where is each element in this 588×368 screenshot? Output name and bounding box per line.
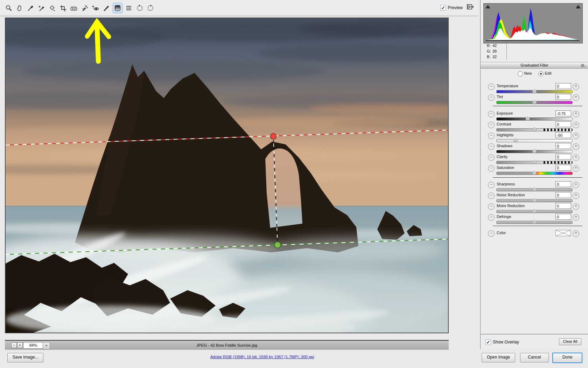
slider-thumb[interactable] xyxy=(532,171,537,175)
histogram[interactable] xyxy=(483,3,583,43)
slider-track[interactable] xyxy=(496,150,573,153)
increase-button[interactable]: + xyxy=(573,192,579,199)
slider-thumb[interactable] xyxy=(532,220,537,224)
increase-button[interactable]: + xyxy=(573,214,579,221)
increase-button[interactable]: + xyxy=(573,154,579,161)
slider-track[interactable] xyxy=(496,210,573,213)
slider-track[interactable] xyxy=(496,128,573,131)
shadow-clipping-indicator[interactable] xyxy=(485,5,490,8)
hand-tool-button[interactable] xyxy=(15,3,24,13)
slider-value-input[interactable] xyxy=(555,214,571,220)
decrease-button[interactable]: − xyxy=(488,182,495,188)
slider-thumb[interactable] xyxy=(532,149,537,153)
increase-button[interactable]: + xyxy=(573,132,579,139)
highlight-clipping-indicator[interactable] xyxy=(576,5,581,8)
zoom-tool-button[interactable] xyxy=(4,3,13,13)
show-overlay-checkbox[interactable]: ✓ xyxy=(485,339,491,345)
decrease-button[interactable]: − xyxy=(488,192,495,199)
crop-tool-button[interactable] xyxy=(58,3,68,13)
red-eye-removal-tool-button[interactable] xyxy=(91,3,100,13)
decrease-button[interactable]: − xyxy=(488,132,495,139)
slider-track[interactable] xyxy=(496,221,573,224)
slider-value-input[interactable] xyxy=(555,110,571,116)
slider-value-input[interactable] xyxy=(555,121,571,127)
slider-track[interactable] xyxy=(496,161,573,164)
slider-track[interactable] xyxy=(496,199,573,202)
open-image-button[interactable]: Open Image xyxy=(482,353,515,362)
preview-checkbox[interactable]: ✓ xyxy=(440,5,446,11)
done-button[interactable]: Done xyxy=(552,353,582,363)
color-sampler-tool-button[interactable] xyxy=(37,3,46,13)
increase-button[interactable]: + xyxy=(573,230,579,237)
slider-thumb[interactable] xyxy=(532,198,537,202)
show-overlay-toggle[interactable]: ✓ Show Overlay xyxy=(485,339,519,345)
decrease-button[interactable]: − xyxy=(488,122,495,128)
rotate-cw-button[interactable] xyxy=(146,3,155,13)
slider-thumb[interactable] xyxy=(532,127,537,131)
slider-value-input[interactable] xyxy=(555,192,571,198)
adjustment-brush-tool-button[interactable] xyxy=(102,3,111,13)
color-swatch[interactable] xyxy=(555,230,571,236)
white-balance-tool-button[interactable] xyxy=(26,3,35,13)
slider-thumb[interactable] xyxy=(532,100,537,104)
increase-button[interactable]: + xyxy=(573,111,579,117)
decrease-button[interactable]: − xyxy=(488,154,495,161)
slider-track[interactable] xyxy=(496,172,573,175)
slider-value-input[interactable] xyxy=(555,165,571,171)
fullscreen-toggle-icon[interactable] xyxy=(466,4,474,12)
spot-removal-tool-button[interactable] xyxy=(80,3,89,13)
slider-track[interactable] xyxy=(496,101,573,104)
cancel-button[interactable]: Cancel xyxy=(520,353,549,362)
slider-thumb[interactable] xyxy=(532,89,537,93)
zoom-level-value[interactable]: 84% xyxy=(23,342,43,349)
increase-button[interactable]: + xyxy=(573,165,579,172)
increase-button[interactable]: + xyxy=(573,203,579,210)
slider-track[interactable] xyxy=(496,139,573,142)
decrease-button[interactable]: − xyxy=(488,111,495,117)
zoom-level-dropdown[interactable]: ▾ xyxy=(43,342,50,349)
save-image-button[interactable]: Save Image... xyxy=(7,353,43,362)
slider-track[interactable] xyxy=(496,90,573,93)
filter-options-button[interactable] xyxy=(124,3,133,13)
edit-radio[interactable]: Edit xyxy=(538,71,552,76)
straighten-tool-button[interactable] xyxy=(69,3,78,13)
slider-thumb[interactable] xyxy=(532,160,537,164)
increase-button[interactable]: + xyxy=(573,94,579,101)
increase-button[interactable]: + xyxy=(573,182,579,188)
decrease-button[interactable]: − xyxy=(488,83,495,90)
decrease-button[interactable]: − xyxy=(488,94,495,101)
decrease-button[interactable]: − xyxy=(488,203,495,210)
clear-all-button[interactable]: Clear All xyxy=(559,338,581,345)
increase-button[interactable]: + xyxy=(573,83,579,90)
zoom-out-button[interactable]: − xyxy=(11,342,17,348)
image-canvas[interactable] xyxy=(5,18,449,333)
graduated-filter-tool-button[interactable] xyxy=(113,3,122,13)
slider-thumb[interactable] xyxy=(513,138,518,142)
slider-thumb[interactable] xyxy=(532,187,537,191)
workflow-options-link[interactable]: Adobe RGB (1998); 16 bit; 1599 by 1067 (… xyxy=(157,355,367,359)
increase-button[interactable]: + xyxy=(573,143,579,150)
slider-value-input[interactable] xyxy=(555,203,571,209)
slider-thumb[interactable] xyxy=(532,209,537,213)
decrease-button[interactable]: − xyxy=(488,230,495,237)
slider-thumb[interactable] xyxy=(525,116,530,121)
decrease-button[interactable]: − xyxy=(488,143,495,150)
zoom-in-button[interactable]: + xyxy=(17,342,23,348)
gradient-end-pin[interactable] xyxy=(274,242,281,248)
rotate-ccw-button[interactable] xyxy=(135,3,144,13)
decrease-button[interactable]: − xyxy=(488,165,495,172)
slider-value-input[interactable] xyxy=(555,143,571,149)
slider-value-input[interactable] xyxy=(555,132,571,138)
decrease-button[interactable]: − xyxy=(488,214,495,221)
slider-value-input[interactable] xyxy=(555,154,571,160)
slider-value-input[interactable] xyxy=(555,94,571,100)
slider-value-input[interactable] xyxy=(555,83,571,89)
slider-track[interactable] xyxy=(496,117,573,121)
slider-track[interactable] xyxy=(496,188,573,191)
slider-value-input[interactable] xyxy=(555,181,571,187)
preview-toggle[interactable]: ✓ Preview xyxy=(440,5,463,11)
gradient-start-pin[interactable] xyxy=(271,134,276,139)
targeted-adjustment-tool-button[interactable] xyxy=(48,3,57,13)
new-radio[interactable]: New xyxy=(518,71,532,76)
increase-button[interactable]: + xyxy=(573,122,579,128)
